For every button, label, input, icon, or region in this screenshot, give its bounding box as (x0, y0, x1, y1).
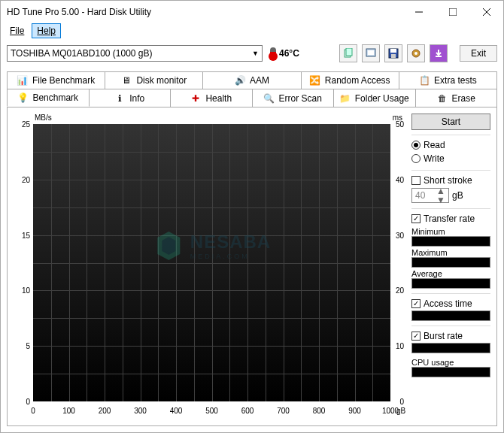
monitor-icon: 🖥 (121, 75, 132, 86)
minimize-button[interactable] (402, 1, 436, 23)
bar-average (411, 278, 490, 289)
side-panel: Start Read Write Short stroke 40▲▼ gB Tr… (411, 114, 490, 419)
bar-burst-rate (411, 343, 490, 353)
speaker-icon: 🔊 (235, 75, 245, 86)
options-button[interactable] (407, 44, 425, 62)
chevron-down-icon: ▼ (252, 50, 259, 57)
checkbox-access-time[interactable]: Access time (411, 297, 490, 310)
bulb-icon: 💡 (17, 92, 28, 103)
tab-info[interactable]: ℹInfo (90, 89, 172, 107)
thermometer-icon (270, 47, 276, 59)
window-title: HD Tune Pro 5.00 - Hard Disk Utility (7, 7, 402, 17)
svg-point-12 (414, 52, 417, 55)
chart-canvas: NESABA MEDIA.COM (33, 124, 390, 401)
app-window: HD Tune Pro 5.00 - Hard Disk Utility Fil… (0, 0, 504, 433)
save-button[interactable] (384, 44, 402, 62)
svg-rect-1 (449, 8, 457, 16)
titlebar: HD Tune Pro 5.00 - Hard Disk Utility (1, 1, 503, 23)
tab-aam[interactable]: 🔊AAM (203, 71, 301, 89)
maximize-button[interactable] (436, 1, 469, 23)
menu-help[interactable]: Help (32, 23, 61, 38)
tab-health[interactable]: ✚Health (171, 89, 253, 107)
health-icon: ✚ (190, 93, 201, 104)
svg-rect-9 (390, 49, 396, 53)
checkbox-icon (411, 214, 421, 223)
checkbox-burst-rate[interactable]: Burst rate (411, 329, 490, 343)
bar-cpu-usage (411, 367, 490, 377)
extra-icon: 📋 (419, 75, 430, 86)
short-stroke-unit: gB (452, 190, 463, 201)
download-button[interactable] (430, 44, 448, 62)
toolbar: TOSHIBA MQ01ABD100 (1000 gB) ▼ 46°C Exit (1, 38, 503, 68)
menu-file[interactable]: File (5, 24, 29, 38)
bar-access-time (411, 310, 490, 321)
svg-rect-10 (391, 54, 396, 58)
tab-row-secondary: 📊File Benchmark 🖥Disk monitor 🔊AAM 🔀Rand… (7, 71, 497, 89)
copy-info-button[interactable] (339, 44, 357, 62)
label-minimum: Minimum (411, 227, 490, 236)
svg-rect-5 (346, 48, 352, 56)
content-panel: MB/s ms NESABA MEDIA.COM 005101020153020… (7, 107, 497, 426)
close-button[interactable] (469, 1, 503, 23)
checkbox-icon (411, 176, 421, 185)
short-stroke-input[interactable]: 40▲▼ (411, 188, 449, 203)
benchmark-chart: MB/s ms NESABA MEDIA.COM 005101020153020… (14, 114, 404, 419)
menubar: File Help (1, 23, 503, 38)
label-maximum: Maximum (411, 248, 490, 257)
y-left-unit: MB/s (35, 114, 52, 122)
start-button[interactable]: Start (411, 114, 490, 130)
label-average: Average (411, 269, 490, 278)
tab-error-scan[interactable]: 🔍Error Scan (253, 89, 335, 107)
checkbox-transfer-rate[interactable]: Transfer rate (411, 212, 490, 226)
exit-button[interactable]: Exit (460, 45, 497, 62)
radio-read[interactable]: Read (411, 138, 490, 152)
tab-folder-usage[interactable]: 📁Folder Usage (334, 89, 416, 107)
bar-minimum (411, 236, 490, 247)
svg-rect-7 (368, 50, 374, 55)
drive-select[interactable]: TOSHIBA MQ01ABD100 (1000 gB) ▼ (7, 45, 263, 62)
bar-maximum (411, 257, 490, 268)
radio-icon (411, 154, 421, 163)
tab-benchmark[interactable]: 💡Benchmark (7, 89, 90, 107)
drive-select-value: TOSHIBA MQ01ABD100 (1000 gB) (11, 48, 153, 59)
radio-write[interactable]: Write (411, 152, 490, 165)
checkbox-short-stroke[interactable]: Short stroke (411, 174, 490, 187)
checkbox-icon (411, 299, 421, 308)
info-icon: ℹ (114, 93, 125, 104)
checkbox-icon (411, 332, 421, 341)
erase-icon: 🗑 (437, 93, 448, 104)
tab-row-primary: 💡Benchmark ℹInfo ✚Health 🔍Error Scan 📁Fo… (7, 89, 497, 107)
search-icon: 🔍 (264, 93, 275, 104)
file-benchmark-icon: 📊 (17, 75, 28, 86)
radio-icon (411, 141, 421, 150)
tab-file-benchmark[interactable]: 📊File Benchmark (7, 71, 105, 89)
label-cpu-usage: CPU usage (411, 358, 490, 367)
tab-extra-tests[interactable]: 📋Extra tests (399, 71, 497, 89)
tab-erase[interactable]: 🗑Erase (416, 89, 498, 107)
x-unit: gB (396, 407, 407, 415)
temperature-display: 46°C (270, 47, 299, 59)
copy-screenshot-button[interactable] (362, 44, 380, 62)
tab-disk-monitor[interactable]: 🖥Disk monitor (105, 71, 203, 89)
folder-icon: 📁 (340, 93, 351, 104)
random-icon: 🔀 (310, 75, 320, 86)
tab-random-access[interactable]: 🔀Random Access (302, 71, 399, 89)
